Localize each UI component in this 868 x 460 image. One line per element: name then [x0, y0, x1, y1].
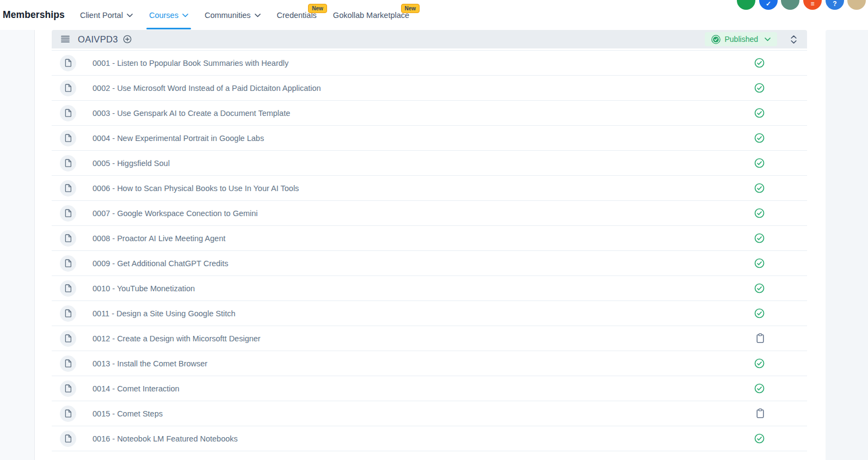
check-circle-icon — [754, 208, 765, 218]
chevron-down-icon — [127, 14, 133, 17]
lesson-title: 0006 - How to Scan Physical Books to Use… — [93, 184, 299, 193]
check-circle-icon — [754, 108, 765, 118]
document-icon — [60, 55, 76, 71]
check-circle-icon — [754, 158, 765, 168]
document-icon — [60, 155, 76, 171]
document-icon — [60, 130, 76, 146]
lesson-row[interactable]: 0014 - Comet Interaction — [52, 376, 807, 401]
lesson-title: 0004 - New Experimental Portrait in Goog… — [93, 134, 264, 143]
fab-blue-help[interactable]: ? — [826, 0, 844, 10]
chevron-down-icon — [255, 14, 261, 17]
lesson-row[interactable]: 0008 - Proactor AI Live Meeting Agent — [52, 226, 807, 251]
check-circle-icon — [754, 433, 765, 444]
lesson-row[interactable]: 0006 - How to Scan Physical Books to Use… — [52, 176, 807, 201]
check-circle-icon — [754, 83, 765, 93]
course-category-panel: OAIVPD3 Published 0001 - Listen to Ppopu… — [52, 30, 807, 451]
top-navigation: Memberships Client PortalCoursesCommunit… — [0, 0, 868, 30]
lesson-title: 0012 - Create a Design with Micorsoftt D… — [93, 334, 261, 343]
lesson-row[interactable]: 0005 - Higgsfield Soul — [52, 151, 807, 176]
document-icon — [60, 180, 76, 197]
lesson-row[interactable]: 0011 - Design a Site Using Google Stitch — [52, 301, 807, 326]
clipboard-icon — [756, 408, 765, 419]
new-badge: New — [308, 4, 327, 13]
lesson-title: 0009 - Get Additional ChatGPT Credits — [93, 259, 229, 268]
lesson-row[interactable]: 0001 - Listen to Ppopular Book Summaries… — [52, 51, 807, 76]
lesson-title: 0007 - Google Workspace Conection to Gem… — [93, 209, 258, 218]
lesson-title: 0002 - Use Microsoft Word Instead of a P… — [93, 84, 321, 93]
document-icon — [60, 105, 76, 121]
page-title: Memberships — [3, 9, 65, 21]
fab-blue-check[interactable]: ✓ — [759, 0, 778, 10]
lesson-row[interactable]: 0007 - Google Workspace Conection to Gem… — [52, 201, 807, 226]
lesson-title: 0011 - Design a Site Using Google Stitch — [93, 309, 236, 318]
chevron-down-icon — [182, 14, 188, 17]
lesson-row[interactable]: 0016 - Noteobok LM Featured Notebooks — [52, 426, 807, 451]
lesson-title: 0010 - YouTube Monetization — [93, 284, 195, 293]
lesson-row[interactable]: 0012 - Create a Design with Micorsoftt D… — [52, 326, 807, 351]
document-icon — [60, 305, 76, 322]
document-icon — [60, 230, 76, 247]
lesson-row[interactable]: 0010 - YouTube Monetization — [52, 276, 807, 301]
unfold-sort-icon[interactable] — [790, 35, 797, 44]
document-icon — [60, 355, 76, 372]
nav-item-label: Client Portal — [80, 11, 123, 20]
category-title: OAIVPD3 — [78, 34, 118, 45]
fab-sage[interactable] — [781, 0, 799, 10]
nav-item-gokollab-marketplace[interactable]: Gokollab MarketplaceNew — [325, 0, 417, 30]
clipboard-icon — [756, 333, 765, 344]
left-sidebar-rail — [0, 30, 35, 460]
check-circle-icon — [754, 283, 765, 293]
lesson-title: 0015 - Comet Steps — [93, 409, 163, 418]
lesson-title: 0005 - Higgsfield Soul — [93, 159, 170, 168]
lesson-row[interactable]: 0003 - Use Genspark AI to Create a Docum… — [52, 101, 807, 126]
lesson-row[interactable]: 0004 - New Experimental Portrait in Goog… — [52, 126, 807, 151]
published-status-label: Published — [725, 35, 759, 44]
nav-item-label: Courses — [149, 11, 178, 20]
lesson-row[interactable]: 0009 - Get Additional ChatGPT Credits — [52, 251, 807, 276]
document-icon — [60, 205, 76, 222]
check-circle-icon — [754, 233, 765, 243]
document-icon — [60, 330, 76, 347]
document-icon — [60, 80, 76, 96]
lesson-row[interactable]: 0015 - Comet Steps — [52, 401, 807, 426]
lesson-title: 0013 - Install the Comet Browser — [93, 359, 207, 368]
add-circle-icon[interactable] — [123, 35, 132, 44]
lesson-title: 0008 - Proactor AI Live Meeting Agent — [93, 234, 225, 243]
drag-handle-icon[interactable] — [61, 35, 70, 43]
nav-item-courses[interactable]: Courses — [141, 0, 196, 30]
lesson-title: 0014 - Comet Interaction — [93, 384, 180, 393]
lesson-row[interactable]: 0013 - Install the Comet Browser — [52, 351, 807, 376]
nav-menu: Client PortalCoursesCommunitiesCredentia… — [72, 0, 417, 30]
lesson-title: 0016 - Noteobok LM Featured Notebooks — [93, 434, 238, 443]
adjacent-panel-preview — [826, 30, 868, 460]
lesson-title: 0003 - Use Genspark AI to Create a Docum… — [93, 109, 290, 118]
document-icon — [60, 255, 76, 272]
nav-item-communities[interactable]: Communities — [196, 0, 269, 30]
fab-tan[interactable] — [847, 0, 866, 10]
check-circle-icon — [754, 133, 765, 143]
document-icon — [60, 280, 76, 297]
fab-green[interactable] — [737, 0, 755, 10]
nav-item-client-portal[interactable]: Client Portal — [72, 0, 141, 30]
check-circle-icon — [711, 35, 721, 44]
check-circle-icon — [754, 183, 765, 193]
nav-item-label: Gokollab Marketplace — [333, 11, 409, 20]
category-header: OAIVPD3 Published — [52, 30, 807, 48]
check-circle-icon — [754, 258, 765, 268]
nav-item-label: Communities — [205, 11, 251, 20]
nav-item-credentials[interactable]: CredentialsNew — [269, 0, 325, 30]
published-status-dropdown[interactable]: Published — [705, 32, 778, 46]
document-icon — [60, 431, 76, 447]
lesson-title: 0001 - Listen to Ppopular Book Summaries… — [93, 59, 288, 68]
lesson-list: 0001 - Listen to Ppopular Book Summaries… — [52, 50, 807, 451]
check-circle-icon — [754, 358, 765, 369]
check-circle-icon — [754, 383, 765, 394]
new-badge: New — [401, 4, 420, 13]
document-icon — [60, 381, 76, 397]
fab-orange-menu[interactable]: ≡ — [803, 0, 822, 10]
chevron-down-icon — [765, 38, 771, 41]
document-icon — [60, 406, 76, 422]
check-circle-icon — [754, 58, 765, 68]
check-circle-icon — [754, 308, 765, 318]
lesson-row[interactable]: 0002 - Use Microsoft Word Instead of a P… — [52, 76, 807, 101]
